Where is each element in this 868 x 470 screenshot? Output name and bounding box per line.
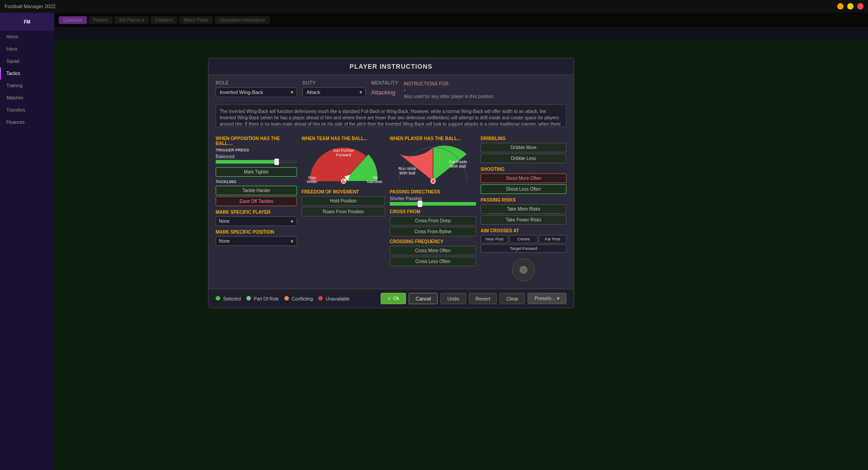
sidebar-item-transfers[interactable]: Transfers [0, 104, 54, 116]
role-row: ROLE Inverted Wing-Back ▾ DUTY Attac [216, 80, 566, 99]
target-forward-button[interactable]: Target Forward [481, 244, 566, 253]
main-area: Overview Players Set Pieces ▾ Captains M… [54, 13, 868, 470]
svg-text:Wider: Wider [307, 179, 317, 184]
shoot-less-often-button[interactable]: Shoot Less Often [481, 184, 566, 194]
sidebar-item-inbox[interactable]: Inbox [0, 43, 54, 55]
dribble-less-button[interactable]: Dribble Less [481, 154, 566, 163]
shoot-more-often-button[interactable]: Shoot More Often [481, 174, 566, 183]
near-post-button[interactable]: Near Post [481, 235, 508, 243]
sidebar-item-tactics[interactable]: Tactics [0, 67, 54, 80]
mentality-value: Attacking [371, 87, 398, 96]
freedom-header: FREEDOM OF MOVEMENT [302, 189, 385, 194]
team-chart-container: Stay Wider Sit Narrower Get Further Forw… [302, 143, 385, 186]
trigger-press-fill [216, 160, 277, 164]
col-opposition: WHEN OPPOSITION HAS THE BALL.... TRIGGER… [216, 132, 297, 283]
player-instructions-modal: PLAYER INSTRUCTIONS ROLE Inverted Wing-B… [208, 58, 574, 308]
svg-text:Narrower: Narrower [367, 179, 382, 184]
cross-from-header: CROSS FROM [390, 209, 476, 214]
cross-from-deep-button[interactable]: Cross From Deep [390, 216, 476, 226]
legend-conflicting: Conflicting [284, 296, 313, 301]
far-post-button[interactable]: Far Post [539, 235, 566, 243]
presets-button[interactable]: Presets... ▾ [528, 293, 566, 304]
clear-button[interactable]: Clear [500, 293, 525, 304]
sidebar: FM Home Inbox Squad Tactics Training Mat… [0, 13, 54, 470]
mark-position-select[interactable]: None [216, 236, 297, 246]
instructions-for-group: INSTRUCTIONS FOR: - Also used for any ot… [404, 80, 566, 99]
svg-text:With Ball: With Ball [450, 164, 466, 169]
cross-from-byline-button[interactable]: Cross From Byline [390, 227, 476, 236]
shooting-header: SHOOTING [481, 167, 566, 172]
sidebar-item-home[interactable]: Home [0, 31, 54, 43]
take-more-risks-button[interactable]: Take More Risks [481, 204, 566, 214]
sidebar-item-squad[interactable]: Squad [0, 55, 54, 67]
window-controls[interactable] [837, 3, 863, 9]
duty-label: DUTY [302, 80, 366, 85]
team-header: WHEN TEAM HAS THE BALL... [302, 136, 385, 141]
cancel-button[interactable]: Cancel [409, 293, 438, 304]
legend-dot-selected [216, 296, 220, 301]
col-player: WHEN PLAYER HAS THE BALL... [390, 132, 476, 283]
aim-crosses-header: AIM CROSSES AT [481, 228, 566, 233]
sidebar-item-finances[interactable]: Finances [0, 116, 54, 128]
role-label: ROLE [216, 80, 297, 85]
undo-button[interactable]: Undo [440, 293, 466, 304]
instructions-for-dash: - [404, 87, 566, 93]
sidebar-item-matches[interactable]: Matches [0, 92, 54, 104]
sidebar-logo: FM [0, 13, 54, 31]
svg-text:Get Further: Get Further [333, 148, 354, 153]
close-button[interactable] [857, 3, 863, 9]
role-group: ROLE Inverted Wing-Back ▾ [216, 80, 297, 99]
centre-button[interactable]: Centre [509, 235, 537, 243]
mark-position-header: MARK SPECIFIC POSITION [216, 230, 297, 235]
aim-crosses-grid: Near Post Centre Far Post [481, 235, 566, 243]
crossing-freq-header: CROSSING FREQUENCY [390, 239, 476, 244]
instructions-for-label: INSTRUCTIONS FOR: [404, 81, 450, 86]
svg-point-9 [431, 179, 435, 183]
dribble-more-button[interactable]: Dribble More [481, 143, 566, 152]
team-movement-chart: Stay Wider Sit Narrower Get Further Forw… [305, 143, 382, 186]
legend-part-role-label: Part Of Role [254, 296, 278, 301]
roam-from-position-button[interactable]: Roam From Position [302, 207, 385, 216]
passing-thumb[interactable] [418, 201, 422, 207]
tackle-harder-button[interactable]: Tackle Harder [216, 186, 297, 195]
trigger-press-thumb[interactable] [274, 159, 279, 165]
ease-off-tackles-button[interactable]: Ease Off Tackles [216, 197, 297, 206]
role-select[interactable]: Inverted Wing-Back [216, 87, 297, 97]
svg-text:Forward: Forward [336, 153, 351, 157]
role-description: The Inverted Wing-Back will function def… [216, 104, 566, 127]
player-chart-container: Run Wide With Ball Cut Inside With Ball [390, 143, 476, 186]
modal-footer: Selected Part Of Role Conflicting Unavai… [208, 289, 574, 308]
legend-dot-part-role [246, 296, 251, 301]
passing-directness-label: Shorter Passing [390, 196, 476, 201]
mark-player-select[interactable]: None [216, 216, 297, 226]
duty-select[interactable]: Attack [302, 87, 366, 97]
opposition-header: WHEN OPPOSITION HAS THE BALL.... [216, 136, 297, 146]
revert-button[interactable]: Revert [469, 293, 497, 304]
legend: Selected Part Of Role Conflicting Unavai… [216, 296, 349, 301]
trigger-press-label: Balanced [216, 154, 297, 159]
cross-less-often-button[interactable]: Cross Less Often [390, 257, 476, 266]
col-right-actions: DRIBBLING Dribble More Dribble Less SHOO… [481, 132, 566, 283]
aim-crosses-indicator [510, 256, 537, 283]
legend-selected: Selected [216, 296, 241, 301]
legend-selected-label: Selected [223, 296, 241, 301]
svg-text:Run Wide: Run Wide [398, 166, 416, 171]
ok-button[interactable]: ✓ Ok [381, 293, 406, 304]
sidebar-item-training[interactable]: Training [0, 80, 54, 92]
hold-position-button[interactable]: Hold Position [302, 196, 385, 206]
trigger-press-bar[interactable] [216, 160, 297, 164]
app-title: Football Manager 2022 [5, 4, 56, 9]
dribbling-header: DRIBBLING [481, 136, 566, 141]
svg-point-15 [520, 266, 527, 273]
passing-directness-bar[interactable] [390, 202, 476, 206]
minimize-button[interactable] [837, 3, 844, 9]
modal-overlay: PLAYER INSTRUCTIONS ROLE Inverted Wing-B… [54, 13, 868, 470]
maximize-button[interactable] [847, 3, 854, 9]
take-fewer-risks-button[interactable]: Take Fewer Risks [481, 215, 566, 225]
legend-conflicting-label: Conflicting [292, 296, 313, 301]
cross-more-often-button[interactable]: Cross More Often [390, 246, 476, 255]
passing-fill [390, 202, 420, 206]
mark-tighter-button[interactable]: Mark Tighter [216, 167, 297, 177]
trigger-press-slider: Balanced [216, 154, 297, 164]
title-bar: Football Manager 2022 [0, 0, 868, 13]
